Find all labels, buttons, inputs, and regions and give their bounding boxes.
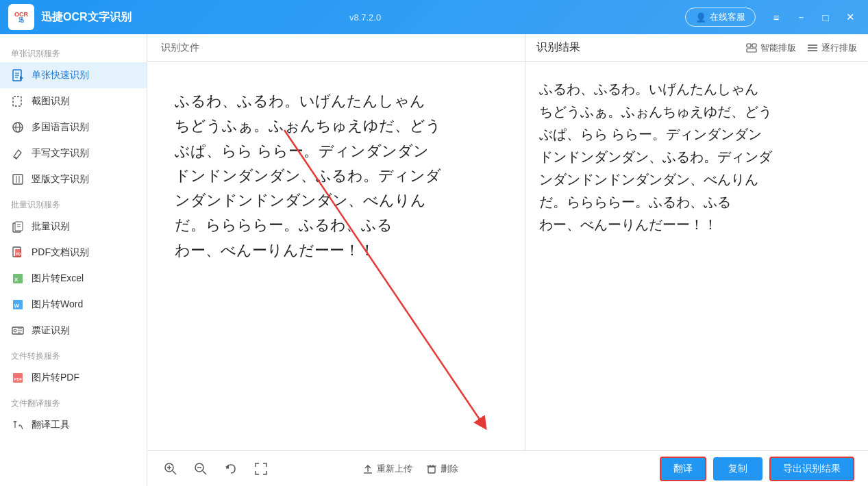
svg-rect-10 (13, 175, 23, 184)
restore-button[interactable]: □ (816, 8, 835, 27)
section-label-batch: 批量识别服务 (0, 192, 147, 214)
window-controls: ≡ － □ ✕ (767, 8, 860, 27)
quick-icon (11, 68, 25, 82)
sidebar-item-pdf[interactable]: PDF PDF文档识别 (0, 240, 147, 266)
handwrite-icon (11, 146, 25, 160)
svg-line-43 (173, 471, 176, 474)
support-icon: 👤 (695, 12, 706, 23)
excel-icon: X (11, 272, 25, 285)
svg-rect-33 (752, 44, 756, 47)
translate-button[interactable]: 翻译 (660, 457, 706, 481)
result-text: ふるわ、ふるわ。いげんたんしゃん ちどうふぁ。ふぉんちゅえゆだ、どう ぶぱ、らら… (539, 78, 854, 236)
ticket-label: 票证识别 (32, 324, 70, 337)
undo-button[interactable] (221, 459, 240, 478)
sidebar-item-ticket[interactable]: 票证识别 (0, 318, 147, 344)
smart-layout-label: 智能排版 (760, 42, 796, 54)
svg-text:PDF: PDF (14, 377, 23, 381)
support-label: 在线客服 (710, 11, 745, 23)
handwrite-label: 手写文字识别 (32, 147, 89, 159)
content-area: 识别文件 识别结果 智能排版 (147, 34, 868, 486)
sidebar: 单张识别服务 单张快速识别 截图识别 (0, 34, 147, 486)
zoom-out-button[interactable] (191, 459, 210, 478)
doc-label: 识别文件 (161, 42, 199, 54)
sidebar-item-img2pdf[interactable]: PDF 图片转PDF (0, 365, 147, 391)
svg-line-46 (203, 471, 206, 474)
menu-button[interactable]: ≡ (767, 8, 786, 27)
pdf-icon: PDF (11, 246, 25, 259)
reupload-button[interactable]: 重新上传 (362, 463, 412, 475)
delete-button[interactable]: 删除 (426, 463, 458, 475)
sidebar-item-quick[interactable]: 单张快速识别 (0, 62, 147, 88)
multilang-icon (11, 120, 25, 134)
support-button[interactable]: 👤 在线客服 (685, 8, 756, 27)
export-button[interactable]: 导出识别结果 (769, 457, 854, 481)
sidebar-item-batch[interactable]: 批量识别 (0, 214, 147, 240)
img2pdf-icon: PDF (11, 371, 25, 385)
section-label-single: 单张识别服务 (0, 41, 147, 62)
minimize-button[interactable]: － (791, 8, 810, 27)
section-label-translate: 文件翻译服务 (0, 391, 147, 412)
content-panes: ふるわ、ふるわ。いげんたんしゃん ちどうふぁ。ふぉんちゅえゆだ、どう ぶぱ、らら… (147, 62, 868, 450)
sidebar-item-multilang[interactable]: 多国语言识别 (0, 114, 147, 140)
sidebar-item-translate[interactable]: 翻译工具 (0, 412, 147, 438)
delete-label: 删除 (441, 463, 458, 475)
content-header: 识别文件 识别结果 智能排版 (147, 34, 868, 62)
result-header: 识别结果 智能排版 逐行排版 (525, 34, 868, 61)
doc-header: 识别文件 (147, 34, 525, 61)
sidebar-item-crop[interactable]: 截图识别 (0, 88, 147, 114)
bottom-toolbar: 重新上传 删除 翻译 复制 导出识别结果 (147, 450, 868, 486)
pdf-label: PDF文档识别 (32, 246, 89, 259)
app-version: v8.7.2.0 (349, 12, 381, 23)
crop-label: 截图识别 (32, 95, 70, 107)
svg-point-25 (14, 329, 16, 332)
line-layout-label: 逐行排版 (821, 42, 857, 54)
excel-label: 图片转Excel (32, 272, 84, 285)
fullscreen-button[interactable] (251, 459, 271, 478)
svg-rect-5 (13, 97, 21, 106)
sidebar-item-handwrite[interactable]: 手写文字识别 (0, 140, 147, 166)
vertical-icon (11, 172, 25, 186)
smart-layout-icon (746, 42, 757, 53)
svg-rect-49 (428, 467, 435, 473)
smart-layout-button[interactable]: 智能排版 (746, 42, 796, 54)
word-icon: W (11, 298, 25, 311)
logo-text: OCR 迅 (14, 12, 28, 23)
svg-text:PDF: PDF (16, 252, 23, 256)
main-layout: 单张识别服务 单张快速识别 截图识别 (0, 34, 868, 486)
translate-label: 翻译工具 (32, 419, 70, 431)
copy-button[interactable]: 复制 (713, 457, 762, 481)
reupload-icon (362, 463, 373, 474)
multilang-label: 多国语言识别 (32, 121, 89, 133)
zoom-in-button[interactable] (161, 459, 180, 478)
batch-label: 批量识别 (32, 220, 70, 233)
sidebar-item-excel[interactable]: X 图片转Excel (0, 266, 147, 292)
result-label: 识别结果 (536, 40, 580, 55)
word-label: 图片转Word (32, 298, 83, 311)
svg-text:X: X (14, 277, 18, 283)
reupload-label: 重新上传 (377, 463, 412, 475)
sidebar-item-word[interactable]: W 图片转Word (0, 292, 147, 318)
section-label-convert: 文件转换服务 (0, 344, 147, 365)
crop-icon (11, 94, 25, 108)
vertical-label: 竖版文字识别 (32, 173, 89, 186)
app-title: 迅捷OCR文字识别 (41, 10, 345, 25)
document-pane: ふるわ、ふるわ。いげんたんしゃん ちどうふぁ。ふぉんちゅえゆだ、どう ぶぱ、らら… (147, 62, 525, 450)
svg-rect-34 (747, 49, 756, 52)
ticket-icon (11, 324, 25, 337)
toolbar-tools (161, 459, 362, 478)
batch-icon (11, 220, 25, 233)
translate-icon (11, 418, 25, 432)
app-logo: OCR 迅 (8, 4, 34, 30)
result-pane: ふるわ、ふるわ。いげんたんしゃん ちどうふぁ。ふぉんちゅえゆだ、どう ぶぱ、らら… (525, 62, 868, 450)
img2pdf-label: 图片转PDF (32, 372, 79, 384)
delete-icon (426, 463, 437, 474)
toolbar-center-actions: 重新上传 删除 (362, 463, 458, 475)
line-layout-button[interactable]: 逐行排版 (807, 42, 857, 54)
document-text: ふるわ、ふるわ。いげんたんしゃん ちどうふぁ。ふぉんちゅえゆだ、どう ぶぱ、らら… (147, 62, 525, 290)
close-button[interactable]: ✕ (841, 8, 860, 27)
sidebar-item-vertical[interactable]: 竖版文字识别 (0, 166, 147, 192)
svg-rect-32 (747, 44, 751, 47)
line-layout-icon (807, 42, 818, 53)
toolbar-right-actions: 翻译 复制 导出识别结果 (660, 457, 854, 481)
svg-text:W: W (14, 303, 20, 309)
